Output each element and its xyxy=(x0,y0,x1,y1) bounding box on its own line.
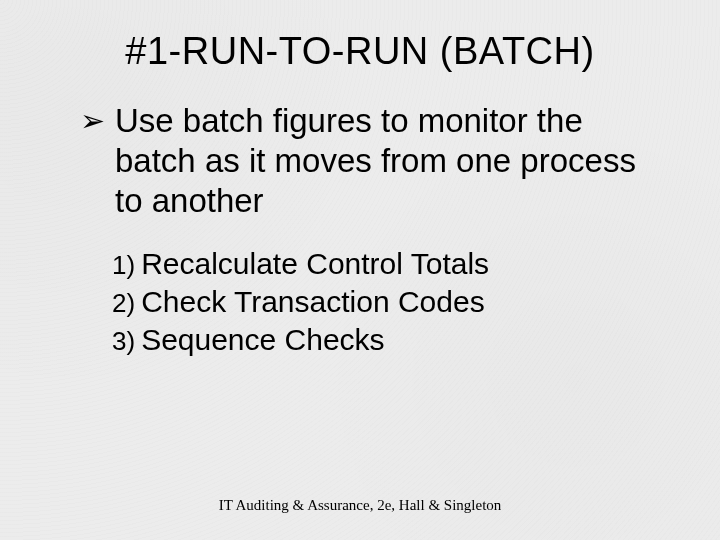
item-number: 2) xyxy=(112,288,135,319)
item-text: Check Transaction Codes xyxy=(141,283,485,321)
item-number: 1) xyxy=(112,250,135,281)
slide: #1-RUN-TO-RUN (BATCH) ➢ Use batch figure… xyxy=(0,0,720,540)
slide-title: #1-RUN-TO-RUN (BATCH) xyxy=(60,30,660,73)
main-bullet-text: Use batch figures to monitor the batch a… xyxy=(115,101,660,221)
slide-footer: IT Auditing & Assurance, 2e, Hall & Sing… xyxy=(0,497,720,514)
list-item: 2) Check Transaction Codes xyxy=(112,283,660,321)
item-text: Sequence Checks xyxy=(141,321,385,359)
main-bullet: ➢ Use batch figures to monitor the batch… xyxy=(80,101,660,221)
arrow-bullet-icon: ➢ xyxy=(80,101,105,141)
list-item: 1) Recalculate Control Totals xyxy=(112,245,660,283)
list-item: 3) Sequence Checks xyxy=(112,321,660,359)
item-number: 3) xyxy=(112,326,135,357)
numbered-list: 1) Recalculate Control Totals 2) Check T… xyxy=(112,245,660,359)
item-text: Recalculate Control Totals xyxy=(141,245,489,283)
